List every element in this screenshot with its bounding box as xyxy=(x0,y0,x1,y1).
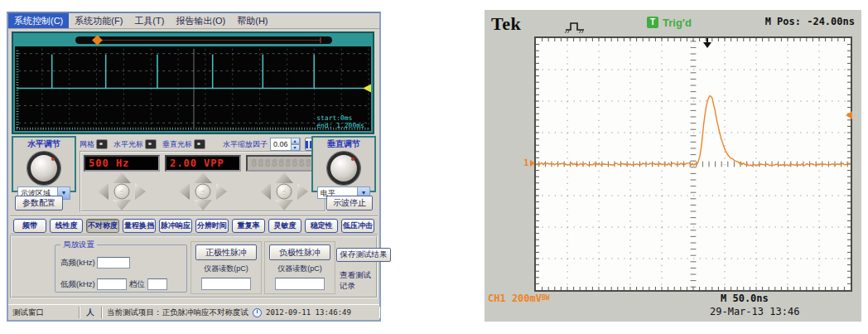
test-item-button-10[interactable]: 低压冲击 xyxy=(341,219,374,233)
frequency-arrow-pad[interactable]: ☝ xyxy=(96,172,147,211)
horizontal-cursor-toggle[interactable] xyxy=(145,139,157,149)
positive-reading-input[interactable] xyxy=(201,278,251,290)
amplitude-arrow-pad[interactable]: ☝ xyxy=(177,172,229,211)
test-item-button-3[interactable]: 不对称度 xyxy=(86,219,119,233)
tek-logo: Tek xyxy=(491,13,521,35)
screenshot-canvas: 系统控制(C)系统功能(F)工具(T)报告输出(O)帮助(H) start:0m… xyxy=(0,0,868,334)
menu-item-1[interactable]: 系统控制(C) xyxy=(8,13,69,28)
spinner-arrows[interactable]: ▴ ▾ xyxy=(291,138,300,151)
hand-cursor-icon[interactable]: ☝ xyxy=(195,184,211,200)
hand-cursor-icon[interactable]: ☝ xyxy=(114,184,130,200)
test-item-button-1[interactable]: 频带 xyxy=(13,219,46,233)
ch1-trace xyxy=(536,96,851,166)
status-message: 当前测试项目：正负脉冲响应不对称度试 xyxy=(107,307,248,318)
test-item-button-2[interactable]: 线性度 xyxy=(50,219,83,233)
horizontal-adjust-panel: 水平调节 示波区域 ▾ xyxy=(12,136,76,192)
menu-bar: 系统控制(C)系统功能(F)工具(T)报告输出(O)帮助(H) xyxy=(8,13,379,29)
test-item-button-9[interactable]: 稳定性 xyxy=(305,219,338,233)
save-results-button[interactable]: 保存测试结果 xyxy=(336,248,391,262)
negative-reading-input[interactable] xyxy=(275,278,325,290)
down-arrow-icon[interactable] xyxy=(113,200,131,211)
waveform-display: start:0ms end: 1.200ms xyxy=(15,46,371,131)
pulse-waveform-icon xyxy=(564,20,591,34)
readout-row: 500 Hz 2.00 VPP 8888888888 xyxy=(84,155,322,172)
up-arrow-icon[interactable] xyxy=(194,172,212,183)
vertical-cursor-label: 垂直光标 xyxy=(162,139,192,150)
menu-item-3[interactable]: 工具(T) xyxy=(128,13,170,28)
horizontal-cursor-label: 水平光标 xyxy=(113,139,143,150)
wave-start-label: start:0ms xyxy=(316,114,352,122)
menu-item-2[interactable]: 系统功能(F) xyxy=(69,13,128,28)
ch1-position-marker: 1 xyxy=(523,157,535,168)
up-arrow-icon[interactable] xyxy=(113,172,131,183)
range-label: 档位 xyxy=(129,279,145,288)
vertical-adjust-panel: 垂直调节 电平 ▾ xyxy=(311,136,376,192)
level-marker-icon xyxy=(363,85,371,93)
horizontal-knob[interactable] xyxy=(27,152,60,185)
amplitude-readout: 2.00 VPP xyxy=(165,155,241,172)
negative-pulse-section: 负极性脉冲 仪器读数(pC) xyxy=(264,241,335,294)
clock-icon xyxy=(253,308,262,317)
frequency-readout: 500 Hz xyxy=(84,155,160,172)
menu-item-4[interactable]: 报告输出(O) xyxy=(170,13,231,28)
status-message-area: 当前测试项目：正负脉冲响应不对称度试 2012-09-11 13:46:49 xyxy=(102,307,379,318)
instrument-reading-label: 仪器读数(pC) xyxy=(191,264,261,274)
slider-position-marker[interactable] xyxy=(92,35,103,46)
zoom-factor-value: 0.06 xyxy=(273,140,288,148)
test-item-button-7[interactable]: 重复率 xyxy=(232,219,265,233)
aux-arrow-pad[interactable]: ☝ xyxy=(258,172,310,211)
knob-indicator-dot xyxy=(51,157,55,161)
down-arrow-icon[interactable] xyxy=(194,200,212,211)
down-arrow-icon[interactable] xyxy=(275,200,293,211)
range-input[interactable] xyxy=(147,278,167,290)
right-arrow-icon[interactable] xyxy=(297,183,308,200)
test-item-button-row: 频带线性度不对称度量程换挡脉冲响应分辨时间重复率灵敏度稳定性低压冲击 xyxy=(10,215,378,235)
spinner-up-icon[interactable]: ▴ xyxy=(291,138,300,144)
menu-item-5[interactable]: 帮助(H) xyxy=(231,13,273,28)
scope-stop-button[interactable]: 示波停止 xyxy=(326,196,373,211)
pd-settings-panel: 局放设置 高频(kHz) 低频(kHz) 档位 正极性脉冲 仪器读数(pC) xyxy=(10,235,378,298)
zoom-factor-spinner[interactable]: 0.06 ▴ ▾ xyxy=(270,138,301,151)
pd-settings-group-title: 局放设置 xyxy=(60,240,97,250)
param-config-button[interactable]: 参数配置 xyxy=(15,196,63,211)
ch1-scale-readout: CH1 200mVBW xyxy=(488,293,550,304)
test-item-button-8[interactable]: 灵敏度 xyxy=(268,219,301,233)
vertical-cursor-toggle[interactable] xyxy=(194,139,205,149)
negative-pulse-button[interactable]: 负极性脉冲 xyxy=(269,244,330,260)
grid-visibility-toggle[interactable] xyxy=(96,139,108,149)
timebase-readout: M 50.0ns xyxy=(721,293,769,304)
trigger-status: Trig'd xyxy=(663,17,692,29)
test-item-button-5[interactable]: 脉冲响应 xyxy=(159,219,192,233)
pulse-train-plot: start:0ms end: 1.200ms xyxy=(15,46,371,131)
positive-pulse-section: 正极性脉冲 仪器读数(pC) xyxy=(190,241,262,294)
status-bar: 测试窗口 人 当前测试项目：正负脉冲响应不对称度试 2012-09-11 13:… xyxy=(8,304,379,320)
left-arrow-icon[interactable] xyxy=(179,183,190,200)
waveform-range-slider[interactable] xyxy=(15,35,371,46)
ch1-marker-number: 1 xyxy=(523,157,529,168)
pd-calibrator-app-window: 系统控制(C)系统功能(F)工具(T)报告输出(O)帮助(H) start:0m… xyxy=(7,12,381,322)
vertical-knob[interactable] xyxy=(327,152,360,185)
right-arrow-icon[interactable] xyxy=(135,183,146,200)
spinner-down-icon[interactable]: ▾ xyxy=(291,144,300,151)
view-records-link[interactable]: 查看测试记录 xyxy=(340,270,376,292)
hand-cursor-icon[interactable]: ☝ xyxy=(277,184,292,200)
low-freq-label: 低频(kHz) xyxy=(60,279,95,288)
slider-range-bar[interactable] xyxy=(75,36,332,44)
test-item-button-6[interactable]: 分辨时间 xyxy=(195,219,229,233)
user-icon: 人 xyxy=(80,307,102,318)
zoom-factor-label: 水平缩放因子 xyxy=(223,139,268,150)
slider-range-line xyxy=(101,40,321,41)
high-freq-label: 高频(kHz) xyxy=(60,258,95,267)
positive-pulse-button[interactable]: 正极性脉冲 xyxy=(195,244,257,260)
test-item-button-4[interactable]: 量程换挡 xyxy=(123,219,156,233)
graticule: 1 xyxy=(534,36,852,292)
left-arrow-icon[interactable] xyxy=(98,183,108,200)
m-pos-readout: M Pos: -24.00ns xyxy=(765,16,855,27)
pd-settings-group: 局放设置 高频(kHz) 低频(kHz) 档位 xyxy=(55,240,187,293)
trigger-level-marker xyxy=(846,111,852,119)
right-arrow-icon[interactable] xyxy=(216,183,227,200)
low-freq-input[interactable] xyxy=(97,278,127,290)
up-arrow-icon[interactable] xyxy=(275,172,293,183)
high-freq-input[interactable] xyxy=(97,257,130,269)
left-arrow-icon[interactable] xyxy=(260,183,271,200)
